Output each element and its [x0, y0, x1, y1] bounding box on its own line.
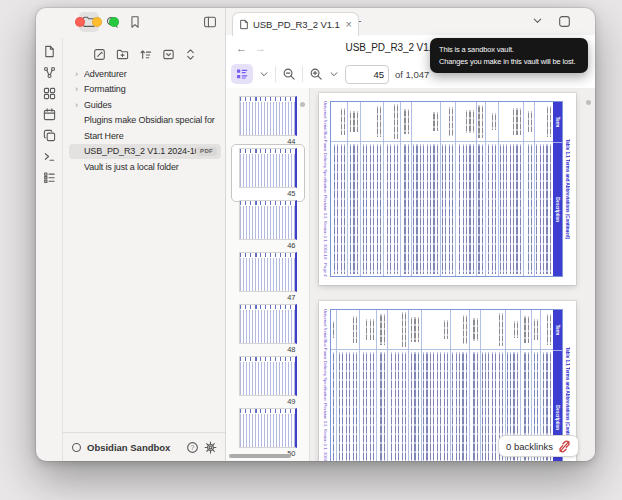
term-text-mimic [330, 321, 335, 339]
content-scrollbar[interactable] [586, 100, 591, 105]
chevron-right-icon[interactable]: › [75, 100, 82, 110]
term-cell [384, 102, 400, 142]
description-cell [377, 350, 387, 461]
table-row [361, 102, 384, 276]
tab-usb-pd-pdf[interactable]: USB_PD_R3_2 V1.1 2... × [232, 12, 359, 36]
description-cell [486, 142, 498, 276]
obsidian-window: ›Adventurer›Formatting›GuidesPlugins mak… [36, 8, 595, 461]
graph-view-icon[interactable] [40, 65, 58, 79]
backlinks-badge[interactable]: 0 backlinks [498, 435, 579, 457]
term-text-mimic [365, 319, 375, 340]
chevron-right-icon[interactable]: › [75, 69, 82, 79]
term-text-mimic [395, 104, 399, 139]
term-text-mimic [464, 315, 468, 344]
vault-name[interactable]: Obsidian Sandbox [87, 442, 170, 453]
description-text-mimic [379, 352, 386, 461]
term-text-mimic [403, 109, 410, 134]
zoom-out-icon[interactable] [282, 67, 296, 81]
page-thumbnail-44[interactable]: 44 [235, 96, 301, 146]
description-text-mimic [537, 144, 552, 274]
thumbnail-pane: 44454647484950 [226, 88, 310, 461]
description-text-mimic [479, 144, 484, 274]
vault-switcher-icon[interactable] [71, 442, 82, 453]
new-folder-icon[interactable] [116, 48, 129, 61]
templates-icon[interactable] [40, 128, 58, 142]
new-note-icon[interactable] [93, 48, 106, 61]
thumbnail-page-number: 49 [235, 396, 301, 406]
quick-switcher-icon[interactable] [40, 44, 58, 58]
file-item-plugins-make-obsidian-special-for-you[interactable]: Plugins make Obsidian special for you [69, 113, 221, 129]
close-window-button[interactable] [75, 17, 85, 27]
thumbnail-image [239, 148, 297, 188]
bookmark-icon[interactable] [125, 12, 145, 32]
thumbnail-scrollbar[interactable] [300, 102, 305, 107]
table-row [441, 102, 456, 276]
terms-table: TermDescription [330, 101, 563, 277]
term-text-mimic [497, 313, 504, 346]
zoom-options-chevron-icon[interactable] [329, 69, 339, 79]
term-cell [456, 102, 476, 142]
tooltip-line-1: This is a sandbox vault. [439, 44, 579, 56]
table-row [384, 102, 401, 276]
right-sidebar-toggle-icon[interactable] [558, 15, 571, 28]
description-text-mimic [331, 144, 346, 274]
term-text-mimic [512, 108, 522, 135]
page-thumbnail-45[interactable]: 45 [231, 144, 305, 202]
chevron-right-icon[interactable]: › [75, 84, 82, 94]
file-item-vault-is-just-a-local-folder[interactable]: Vault is just a local folder [69, 159, 221, 175]
file-item-start-here[interactable]: Start Here [69, 128, 221, 144]
file-item-guides[interactable]: ›Guides [69, 97, 221, 113]
tab-bar: USB_PD_R3_2 V1.1 2... × + [226, 8, 595, 36]
page-thumbnail-50[interactable]: 50 [235, 408, 301, 458]
description-cell [361, 142, 383, 276]
thumbnail-hscrollbar[interactable] [229, 454, 291, 458]
file-item-label: USB_PD_R3_2 V1.1 2024-10 [84, 146, 196, 156]
page-thumbnail-48[interactable]: 48 [235, 304, 301, 354]
properties-icon[interactable] [40, 170, 58, 184]
settings-gear-icon[interactable] [204, 441, 217, 454]
term-cell [361, 102, 383, 142]
term-text-mimic [432, 112, 439, 132]
zoom-window-button[interactable] [109, 17, 119, 27]
description-cell [470, 350, 480, 461]
description-cell [401, 142, 411, 276]
file-item-formatting[interactable]: ›Formatting [69, 82, 221, 98]
tooltip-line-2: Changes you make in this vault will be l… [439, 56, 579, 68]
vault-footer: Obsidian Sandbox ? [63, 432, 225, 461]
term-cell [412, 102, 440, 142]
sort-icon[interactable] [139, 48, 152, 61]
view-options-chevron-icon[interactable] [259, 69, 269, 79]
table-row [412, 102, 441, 276]
thumbnail-sidebar-toggle-icon[interactable] [231, 64, 253, 84]
minimize-window-button[interactable] [92, 17, 102, 27]
command-palette-icon[interactable] [40, 149, 58, 163]
term-cell [409, 310, 421, 350]
page-thumbnail-49[interactable]: 49 [235, 356, 301, 406]
file-item-label: Guides [84, 100, 112, 110]
file-item-adventurer[interactable]: ›Adventurer [69, 66, 221, 82]
tab-list-chevron-icon[interactable] [532, 15, 543, 26]
page-number-input[interactable] [345, 65, 389, 84]
collapse-all-icon[interactable] [162, 48, 175, 61]
table-row [422, 310, 451, 461]
expand-collapse-icon[interactable] [185, 48, 196, 61]
term-cell [521, 310, 531, 350]
term-text-mimic [534, 319, 539, 340]
left-sidebar-toggle-icon[interactable] [200, 12, 220, 32]
zoom-in-icon[interactable] [309, 67, 323, 81]
help-icon[interactable]: ? [186, 441, 199, 454]
term-cell [541, 310, 553, 350]
description-text-mimic [403, 144, 410, 274]
file-item-label: Start Here [84, 131, 124, 141]
tab-close-icon[interactable]: × [346, 19, 352, 30]
term-cell [506, 310, 520, 350]
page-thumbnail-46[interactable]: 46 [235, 200, 301, 250]
description-cell [412, 142, 440, 276]
table-row [330, 310, 337, 461]
page-thumbnail-47[interactable]: 47 [235, 252, 301, 302]
term-text-mimic [350, 111, 359, 132]
file-item-usb-pd-r3-2-v1-1-2024-10[interactable]: USB_PD_R3_2 V1.1 2024-10PDF [69, 144, 221, 160]
svg-text:?: ? [191, 443, 195, 450]
canvas-icon[interactable] [40, 86, 58, 100]
daily-note-icon[interactable] [40, 107, 58, 121]
